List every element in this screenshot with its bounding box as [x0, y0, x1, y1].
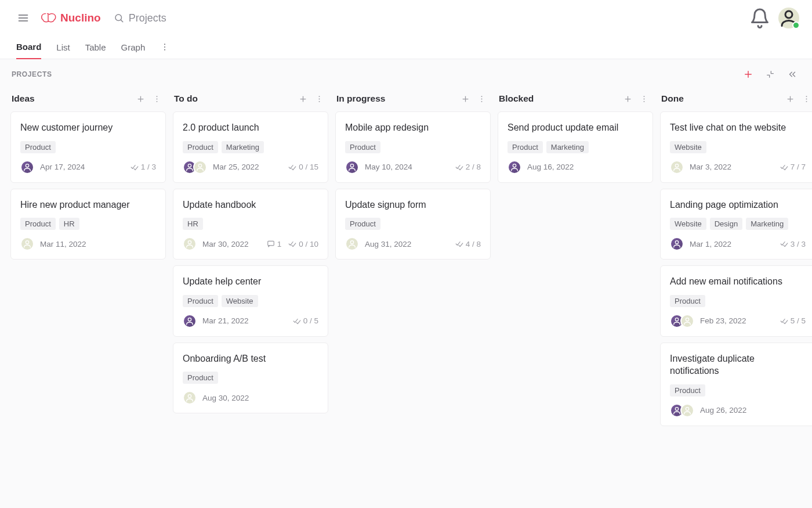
tag: Marketing [546, 141, 589, 153]
avatar [670, 237, 684, 251]
svg-point-47 [675, 164, 678, 167]
column-more-button[interactable] [150, 92, 164, 106]
card-footer: Mar 25, 20220 / 15 [183, 160, 318, 174]
svg-point-49 [675, 318, 678, 320]
avatar [183, 391, 197, 405]
card[interactable]: Add new email notificationsProductFeb 23… [660, 265, 812, 337]
person-icon [683, 406, 692, 415]
checklist-progress: 5 / 5 [780, 316, 806, 325]
collapse-button[interactable] [784, 66, 800, 82]
card-title: Update handbook [183, 199, 318, 211]
svg-point-34 [350, 164, 353, 167]
menu-button[interactable] [13, 8, 34, 28]
card[interactable]: 2.0 product launchProductMarketingMar 25… [173, 111, 328, 183]
tag: HR [59, 218, 79, 230]
card-avatars [183, 237, 197, 251]
tab-list[interactable]: List [56, 42, 70, 59]
dots-vertical-icon [640, 95, 648, 103]
svg-point-33 [481, 100, 482, 102]
card[interactable]: Landing page optimizationWebsiteDesignMa… [660, 189, 812, 260]
svg-point-20 [318, 96, 320, 97]
logo[interactable]: Nuclino [39, 12, 101, 24]
card-footer: Mar 11, 2022 [20, 237, 156, 251]
compact-button[interactable] [762, 66, 778, 82]
card[interactable]: Mobile app redesignProductMay 10, 20242 … [335, 111, 491, 183]
card-title: New customer journey [20, 121, 156, 134]
svg-point-23 [188, 164, 191, 167]
column-title: Blocked [499, 93, 621, 104]
dots-vertical-icon [160, 42, 169, 52]
card-date: May 10, 2024 [365, 163, 412, 171]
card[interactable]: Update handbookHRMar 30, 202210 / 10 [173, 189, 328, 260]
card[interactable]: Hire new product managerProductHRMar 11,… [10, 189, 166, 260]
column-actions [783, 92, 812, 106]
card-footer: Aug 31, 20224 / 8 [345, 237, 481, 251]
card[interactable]: New customer journeyProductApr 17, 20241… [10, 111, 166, 183]
card-avatars [183, 391, 197, 405]
checklist-progress: 2 / 8 [455, 163, 481, 171]
tag: Product [183, 141, 218, 153]
card-title: Send product update email [507, 121, 643, 134]
card[interactable]: Onboarding A/B testProductAug 30, 2022 [173, 343, 328, 414]
checklist-progress: 4 / 8 [455, 240, 481, 248]
column-title: To do [174, 93, 296, 104]
person-icon [778, 8, 799, 28]
column-add-button[interactable] [621, 92, 635, 106]
checklist-icon [288, 240, 296, 248]
card-footer: Aug 30, 2022 [183, 391, 318, 405]
card[interactable]: Test live chat on the websiteWebsiteMar … [660, 111, 812, 183]
card-meta: 2 / 8 [455, 163, 481, 171]
tab-board[interactable]: Board [16, 42, 41, 59]
person-icon [195, 163, 205, 172]
column-add-button[interactable] [133, 92, 147, 106]
search-input[interactable]: Projects [114, 12, 166, 24]
tag: Product [507, 141, 543, 153]
card-meta: 1 / 3 [130, 163, 156, 171]
add-button[interactable] [740, 66, 756, 82]
card[interactable]: Investigate duplicate notificationsProdu… [660, 343, 812, 426]
checklist-progress: 3 / 3 [780, 240, 806, 248]
checklist-icon [455, 163, 463, 171]
avatar [670, 160, 684, 174]
column-actions [296, 92, 326, 106]
card-avatars [670, 314, 694, 328]
avatar [507, 160, 521, 174]
svg-point-39 [643, 98, 644, 99]
card-tags: ProductMarketing [507, 141, 643, 153]
user-avatar[interactable] [778, 8, 799, 28]
column-add-button[interactable] [296, 92, 310, 106]
card-avatars [183, 160, 207, 174]
avatar [20, 160, 34, 174]
svg-point-51 [675, 408, 678, 410]
column-add-button[interactable] [458, 92, 472, 106]
tab-more-button[interactable] [160, 42, 169, 54]
card-meta: 10 / 10 [267, 240, 318, 248]
person-icon [23, 239, 32, 248]
card[interactable]: Send product update emailProductMarketin… [498, 111, 653, 183]
svg-point-50 [686, 318, 688, 320]
tab-table[interactable]: Table [85, 42, 106, 59]
checklist-icon [130, 163, 139, 171]
card[interactable]: Update signup formProductAug 31, 20224 /… [335, 189, 491, 260]
tab-graph[interactable]: Graph [121, 42, 146, 59]
column-more-button[interactable] [312, 92, 326, 106]
column-add-button[interactable] [783, 92, 797, 106]
card-date: Mar 1, 2022 [690, 240, 731, 248]
column-more-button[interactable] [637, 92, 651, 106]
column-more-button[interactable] [474, 92, 488, 106]
checklist-progress: 1 / 3 [130, 163, 156, 171]
checklist-icon [780, 317, 788, 325]
notifications-button[interactable] [749, 8, 770, 28]
tag: Website [670, 141, 706, 153]
comment-icon [267, 240, 275, 248]
hamburger-icon [17, 12, 29, 24]
tag: Marketing [746, 218, 788, 230]
dots-vertical-icon [315, 95, 324, 103]
card[interactable]: Update help centerProductWebsiteMar 21, … [173, 265, 328, 337]
person-icon [510, 163, 519, 172]
svg-point-27 [188, 318, 191, 320]
person-icon [347, 239, 357, 248]
column-more-button[interactable] [799, 92, 812, 106]
card-avatars [345, 237, 359, 251]
svg-point-24 [198, 164, 201, 167]
